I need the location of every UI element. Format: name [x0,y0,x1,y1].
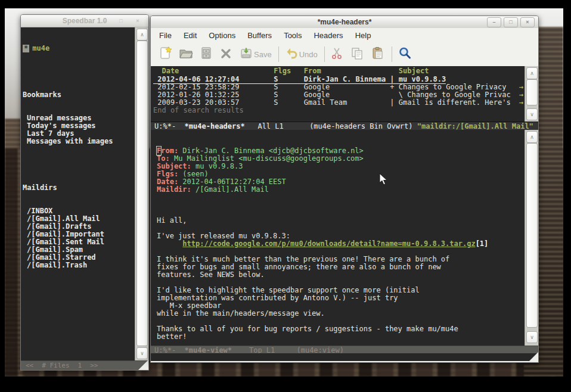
menu-help[interactable]: Help [349,31,377,40]
modeline-search-query: "maildir:/[Gmail].All Mail" [417,122,533,130]
header-row[interactable]: 2009-03-23 20:03:57 S Gmail Team | Gmail… [151,99,525,107]
footnote-ref: [1] [476,239,489,248]
scrollbar-thumb[interactable] [136,41,148,346]
mu4e-headers-pane: Date Flgs From Subject 2012-04-06 12:27:… [151,66,538,122]
scroll-down-icon[interactable]: ∨ [526,108,538,120]
toolbar-separator [392,46,392,62]
close-icon [219,46,232,63]
speedbar-item-maildir[interactable]: /[Gmail].Trash [21,262,135,269]
menu-options[interactable]: Options [203,31,241,40]
release-download-link[interactable]: http://code.google.com/p/mu0/downloads/d… [182,239,475,248]
mu4e-window-title: *mu4e-headers* [151,18,538,26]
scroll-up-icon[interactable]: ∧ [526,131,538,143]
mu4e-maximize-button[interactable]: □ [504,17,518,27]
speedbar-scrollbar[interactable]: ∧ ∨ [135,27,148,360]
view-scrollbar[interactable]: ∧ ∨ [525,130,538,346]
message-body-line: while in the main/headers/message view. [157,310,525,318]
desktop: Speedbar 1.0 –□× *mu4e Bookmarks Unread … [0,0,571,392]
toolbar-separator [324,46,325,62]
speedbar-bookmarks-header: Bookmarks [21,91,135,99]
copy-button[interactable] [350,46,364,63]
mu4e-view-pane: From: Dirk-Jan C. Binnema <djcb@djcbsoft… [151,130,538,346]
expand-node-icon[interactable]: * [23,45,29,52]
close-button[interactable] [219,46,232,63]
mu4e-close-button[interactable]: × [520,17,535,27]
scroll-down-icon[interactable]: ∨ [136,347,148,359]
new-file-icon [159,46,172,63]
headers-column-titles: Date Flgs From Subject [151,67,525,76]
speedbar-maximize-button[interactable]: □ [114,16,128,26]
scroll-up-icon[interactable]: ∧ [526,67,538,79]
scrollbar-thumb[interactable] [526,143,538,328]
scroll-down-icon[interactable]: ∨ [526,331,538,343]
modeline-flags: U:%*- [154,122,176,130]
mu4e-minimize-button[interactable]: – [487,17,501,27]
message-header-maildir: Maildir: /[Gmail].All Mail [157,186,525,194]
modeline-position: All L1 [257,122,283,130]
toolbar-separator [278,46,279,62]
save-button-label: Save [254,50,272,59]
undo-button[interactable]: Undo [284,46,318,63]
tool-bar: SaveUndo [151,42,538,67]
menu-file[interactable]: File [153,31,178,40]
open-folder-button[interactable] [179,46,193,63]
speedbar-content: *mu4e Bookmarks Unread messagesToday's m… [21,27,135,360]
copy-icon [350,46,364,63]
mu4e-titlebar[interactable]: *mu4e-headers* –□× [151,16,538,29]
file-cabinet-button[interactable] [200,46,213,63]
headers-scrollbar[interactable]: ∧ ∨ [525,66,538,122]
mu4e-window: *mu4e-headers* –□× FileEditOptionsBuffer… [150,15,539,363]
speedbar-file-count: 1 [78,362,82,369]
scroll-up-icon[interactable]: ∧ [136,29,148,41]
file-cabinet-icon [200,46,213,63]
speedbar-window: Speedbar 1.0 –□× *mu4e Bookmarks Unread … [20,14,149,371]
mu4e-view-modeline: U:%*- *mu4e-view* Top L1 (mu4e:view) [151,346,538,354]
truncation-arrow-icon: → [519,99,523,107]
scrollbar-thumb[interactable] [526,79,538,105]
message-body-line: Hi all, [157,217,525,225]
menu-buffers[interactable]: Buffers [241,31,278,40]
message-body-line: features. See NEWS below. [157,271,525,279]
message-link-line: http://code.google.com/p/mu0/downloads/d… [157,240,525,248]
modeline-modes: (mu4e-headers Bin Ovwrt) [309,122,412,130]
speedbar-next-button[interactable]: >> [90,362,98,369]
search-button[interactable] [398,46,412,63]
speedbar-item-bookmark[interactable]: Messages with images [21,138,135,145]
speedbar-prev-button[interactable]: << [26,362,33,369]
menu-tools[interactable]: Tools [278,31,308,40]
speedbar-statusbar: << # Files 1 >> [21,360,148,370]
paste-icon [371,46,385,63]
speedbar-display-mode[interactable]: # Files [42,362,69,369]
speedbar-minimize-button[interactable]: – [97,16,111,26]
message-body-line: Thanks to all of you for bug reports / s… [157,325,525,333]
speedbar-close-button[interactable]: × [131,16,145,26]
echo-area[interactable] [151,353,538,361]
paste-button[interactable] [371,46,385,63]
menu-headers[interactable]: Headers [308,31,349,40]
search-icon [398,46,412,63]
speedbar-maildirs-header: Maildirs [21,184,135,192]
message-body-line [157,341,525,346]
save-icon [239,46,253,63]
resize-grip[interactable] [138,360,148,370]
menu-edit[interactable]: Edit [178,31,203,40]
cut-button[interactable] [330,46,343,63]
cut-icon [330,46,343,63]
end-of-results-text: End of search results [151,107,525,114]
message-body-line: better! [157,333,525,341]
modeline-buffer-name: *mu4e-headers* [185,122,245,130]
undo-button-label: Undo [299,50,318,59]
save-button[interactable]: Save [239,46,272,63]
message-header-subject: Subject: mu v0.9.8.3 [157,163,525,170]
undo-icon [284,46,299,63]
speedbar-root-node[interactable]: *mu4e [21,45,135,52]
message-body-line [157,209,525,217]
menu-bar: FileEditOptionsBuffersToolsHeadersHelp [151,28,538,43]
speedbar-titlebar[interactable]: Speedbar 1.0 –□× [21,15,148,27]
speedbar-root-label: mu4e [32,44,49,52]
emacs-cursor: F [157,147,161,155]
resize-grip[interactable] [528,352,538,362]
mu4e-headers-modeline: U:%*- *mu4e-headers* All L1 (mu4e-header… [151,122,538,130]
new-file-button[interactable] [159,46,172,63]
open-folder-icon [179,46,193,63]
